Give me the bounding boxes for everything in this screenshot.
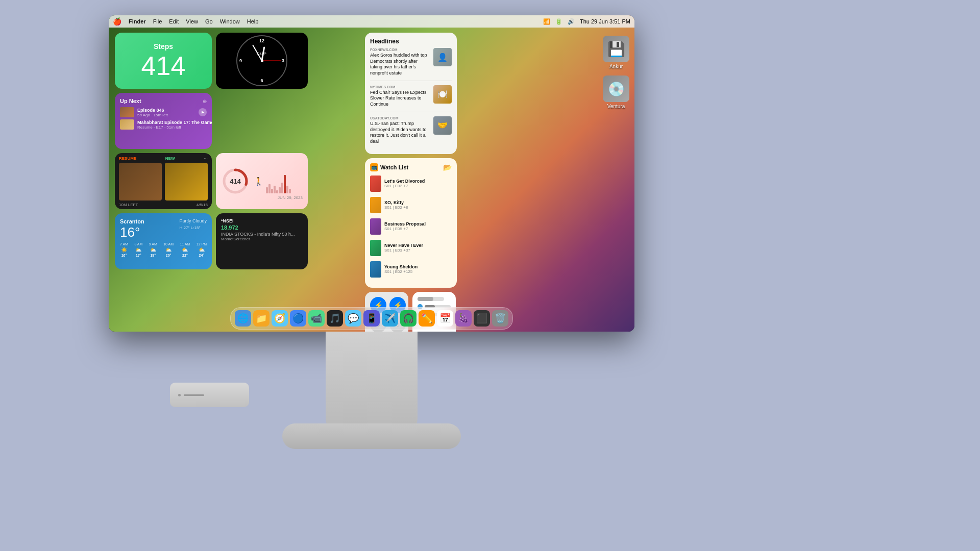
menubar-finder[interactable]: Finder (129, 18, 146, 24)
dock-telegram[interactable]: ✈️ (382, 310, 398, 327)
menubar-window[interactable]: Window (220, 18, 240, 24)
weather-hour-10am: 10 AM ⛅ 20° (163, 242, 174, 257)
watchlist-ep-2: S01 | E02 +8 (384, 205, 452, 210)
chart-bar-9 (286, 186, 288, 193)
watchlist-item-4[interactable]: Never Have I Ever S01 | E03 +37 (370, 240, 452, 258)
headline-item-3[interactable]: USATODAY.COM U.S.-Iran pact: Trump destr… (370, 116, 452, 149)
headlines-title: Headlines (370, 38, 452, 45)
weather-temp-4: 20° (166, 254, 172, 257)
mac-mini-line (184, 394, 204, 396)
dock-calendar[interactable]: 📅 (437, 310, 453, 327)
dock-pencil[interactable]: ✏️ (419, 310, 435, 327)
video-options[interactable]: ⋯ (204, 156, 208, 161)
upnext-info-2: Mahabharat Episode 17: The Game Plan Res… (137, 120, 212, 130)
widget-headlines-container: Headlines FOXNEWS.COM Alex Soros huddled… (365, 33, 457, 332)
watchlist-item-2[interactable]: XO, Kitty S01 | E02 +8 (370, 197, 452, 215)
widget-video[interactable]: RESUME NEW ⋯ 10M LEFT 4/5/16 (115, 153, 212, 209)
dock-terminal[interactable]: ⬛ (474, 310, 490, 327)
dock-grape[interactable]: 🍇 (455, 310, 472, 327)
apple-menu[interactable]: 🍎 (113, 17, 121, 26)
weather-time-2: 8 AM (134, 242, 142, 246)
widget-watchlist[interactable]: 📺 Watch List 📂 Let's Get Divorced S01 | … (365, 158, 457, 288)
desktop-icon-ankur[interactable]: 💾 Ankur (603, 36, 629, 69)
clock-12: 12 (259, 38, 264, 43)
ventura-label: Ventura (607, 104, 625, 109)
widget-steps[interactable]: Steps 414 (115, 33, 212, 89)
upnext-play-1[interactable]: ▶ (199, 108, 207, 116)
watchlist-item-3[interactable]: Business Proposal S01 | E05 +7 (370, 218, 452, 237)
headline-source-3: USATODAY.COM (370, 116, 430, 120)
weather-header: Scranton 16° Partly Cloudy H:27° L:15° (120, 218, 207, 240)
weather-hour-8am: 8 AM ⛅ 17° (134, 242, 142, 257)
headline-thumb-img-2: 🍽️ (433, 85, 452, 104)
clock-6: 6 (260, 78, 263, 83)
menubar-view[interactable]: View (186, 18, 198, 24)
weather-hi: H:27° (179, 226, 189, 230)
menubar-file[interactable]: File (153, 18, 162, 24)
battery-icon[interactable]: 🔋 (555, 18, 562, 25)
weather-icon-2: ⛅ (135, 247, 141, 253)
steps-chart (266, 163, 303, 193)
headline-item-1[interactable]: FOXNEWS.COM Alex Soros huddled with top … (370, 48, 452, 81)
menubar-help[interactable]: Help (247, 18, 259, 24)
dock-safari[interactable]: 🧭 (272, 310, 288, 327)
watchlist-folder-icon[interactable]: 📂 (443, 163, 452, 171)
dock: 🌐 📁 🧭 🔵 📹 🎵 💬 📱 ✈️ 🎧 ✏️ 📅 🍇 ⬛ 🗑️ (230, 307, 513, 330)
widgets-area: Steps 414 12 3 6 9 CUP (115, 33, 357, 269)
widget-clock[interactable]: 12 3 6 9 CUP (216, 33, 308, 89)
watchlist-show-4: Never Have I Ever (384, 243, 452, 248)
dock-trash[interactable]: 🗑️ (492, 310, 508, 327)
dock-spotify[interactable]: 🎧 (400, 310, 416, 327)
dock-sidecar[interactable]: 📱 (363, 310, 380, 327)
dock-chrome[interactable]: 🔵 (290, 310, 306, 327)
widget-upnext[interactable]: Up Next ⊕ Episode 846 5d Ago · 15m left … (115, 93, 212, 149)
wifi-icon[interactable]: 📶 (543, 18, 550, 25)
headline-text-3: USATODAY.COM U.S.-Iran pact: Trump destr… (370, 116, 430, 145)
watchlist-ep-4: S01 | E03 +37 (384, 248, 452, 253)
watchlist-title: Watch List (380, 164, 408, 170)
headline-source-2: NYTIMES.COM (370, 85, 430, 89)
dock-facetime[interactable]: 📹 (308, 310, 325, 327)
upnext-item-1[interactable]: Episode 846 5d Ago · 15m left ▶ (120, 107, 207, 117)
weather-hour-11am: 11 AM ⛅ 22° (180, 242, 190, 257)
menubar-time: Thu 29 Jun 3:51 PM (580, 18, 630, 24)
widget-steps-ring[interactable]: 414 🚶 (216, 153, 308, 209)
watchlist-item-1[interactable]: Let's Get Divorced S01 | E02 +7 (370, 176, 452, 194)
watchlist-ep-1: S01 | E02 +7 (384, 184, 452, 188)
weather-hour-7am: 7 AM ☀️ 16° (120, 242, 128, 257)
chart-bar-1 (266, 187, 268, 193)
watchlist-title-row: 📺 Watch List (370, 163, 408, 171)
upnext-icon[interactable]: ⊕ (203, 98, 207, 104)
steps-ring-left: 414 🚶 (221, 167, 264, 195)
widget-weather[interactable]: Scranton 16° Partly Cloudy H:27° L:15° 7… (115, 213, 212, 269)
chart-bar-8 (284, 175, 286, 193)
weather-hour-9am: 9 AM ⛅ 19° (149, 242, 157, 257)
menubar-edit[interactable]: Edit (169, 18, 179, 24)
upnext-info-1: Episode 846 5d Ago · 15m left (137, 108, 195, 117)
dock-finder[interactable]: 🌐 (235, 310, 251, 327)
weather-time-3: 9 AM (149, 242, 157, 246)
video-right-label: 4/5/16 (197, 203, 208, 207)
dock-files[interactable]: 📁 (253, 310, 270, 327)
video-footer: 10M LEFT 4/5/16 (115, 201, 212, 209)
upnext-item-2[interactable]: Mahabharat Episode 17: The Game Plan Res… (120, 119, 207, 130)
widget-market[interactable]: *NSEI 18,972 INDIA STOCKS - India's Nift… (216, 213, 308, 269)
headline-item-2[interactable]: NYTIMES.COM Fed Chair Says He Expects Sl… (370, 85, 452, 112)
weather-city-group: Scranton 16° (120, 218, 144, 240)
menubar-go[interactable]: Go (205, 18, 213, 24)
market-value: 18,972 (221, 224, 303, 231)
weather-icon-6: ⛅ (199, 247, 205, 253)
dock-music[interactable]: 🎵 (327, 310, 343, 327)
video-thumb-2 (165, 163, 208, 201)
widget-headlines[interactable]: Headlines FOXNEWS.COM Alex Soros huddled… (365, 33, 457, 154)
dock-app3[interactable]: 💬 (345, 310, 361, 327)
desktop-icon-ventura[interactable]: 💿 Ventura (603, 76, 629, 109)
clock-9: 9 (239, 58, 242, 63)
video-left-label: 10M LEFT (119, 203, 138, 207)
upnext-name-2: Mahabharat Episode 17: The Game Plan (137, 120, 212, 125)
watchlist-item-5[interactable]: Young Sheldon S01 | E02 +125 (370, 261, 452, 280)
weather-hour-12pm: 12 PM ⛅ 24° (197, 242, 207, 257)
volume-icon[interactable]: 🔊 (568, 18, 575, 25)
steps-ring-container: 414 (221, 167, 250, 195)
chart-bar-7 (281, 183, 283, 193)
